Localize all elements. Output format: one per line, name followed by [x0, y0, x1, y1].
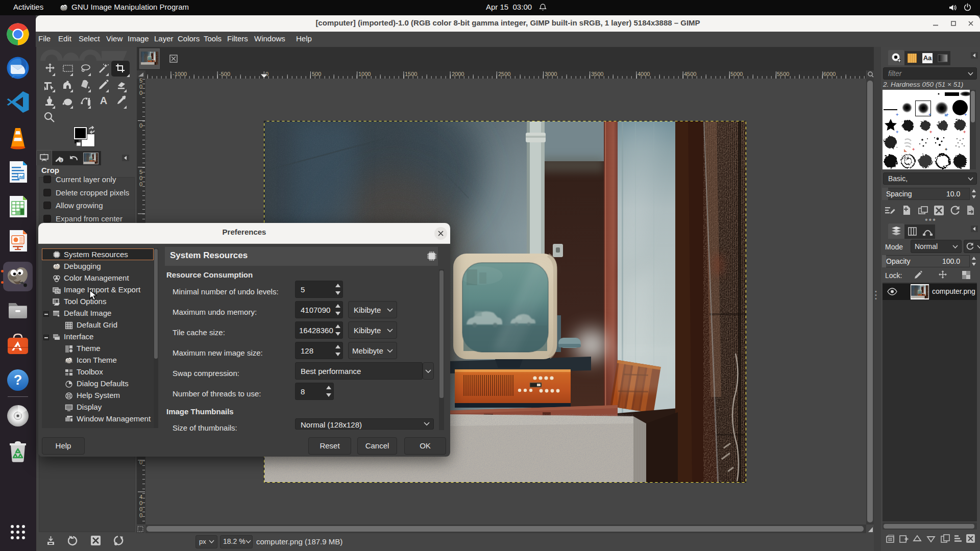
- svg-text:-1000: -1000: [173, 71, 187, 77]
- svg-text:3500: 3500: [591, 71, 603, 77]
- svg-text:+: +: [945, 147, 947, 152]
- svg-text:+: +: [896, 130, 898, 135]
- svg-text:5000: 5000: [730, 71, 743, 77]
- svg-text:-500: -500: [219, 71, 230, 77]
- svg-text:0: 0: [139, 84, 142, 90]
- svg-text:i: i: [60, 158, 61, 163]
- svg-text:4000: 4000: [638, 71, 650, 77]
- svg-text:+: +: [929, 130, 932, 135]
- svg-text:0: 0: [139, 506, 142, 512]
- svg-text:3000: 3000: [545, 71, 557, 77]
- svg-text:4500: 4500: [684, 71, 696, 77]
- svg-text:0: 0: [139, 181, 142, 187]
- svg-text:5: 5: [139, 79, 142, 84]
- svg-text:5: 5: [139, 169, 142, 175]
- svg-text:+: +: [964, 112, 967, 117]
- svg-text:0: 0: [139, 90, 142, 96]
- svg-text:1000: 1000: [358, 71, 371, 77]
- svg-text:0: 0: [139, 175, 142, 181]
- svg-text:2000: 2000: [452, 71, 464, 77]
- svg-text:0: 0: [139, 122, 142, 129]
- svg-text:2500: 2500: [498, 71, 510, 77]
- svg-text:+: +: [963, 130, 966, 135]
- svg-text:0: 0: [139, 500, 142, 506]
- svg-text:?: ?: [14, 372, 22, 388]
- svg-text:6000: 6000: [823, 71, 836, 77]
- svg-text:+: +: [928, 112, 931, 117]
- svg-text:0: 0: [139, 459, 142, 465]
- svg-text:5500: 5500: [777, 71, 789, 77]
- svg-text:4: 4: [139, 494, 142, 500]
- svg-text:+: +: [912, 147, 915, 152]
- svg-text:500: 500: [312, 71, 321, 77]
- svg-text:1500: 1500: [405, 71, 417, 77]
- svg-text:+: +: [896, 112, 898, 117]
- svg-text:0: 0: [139, 512, 142, 518]
